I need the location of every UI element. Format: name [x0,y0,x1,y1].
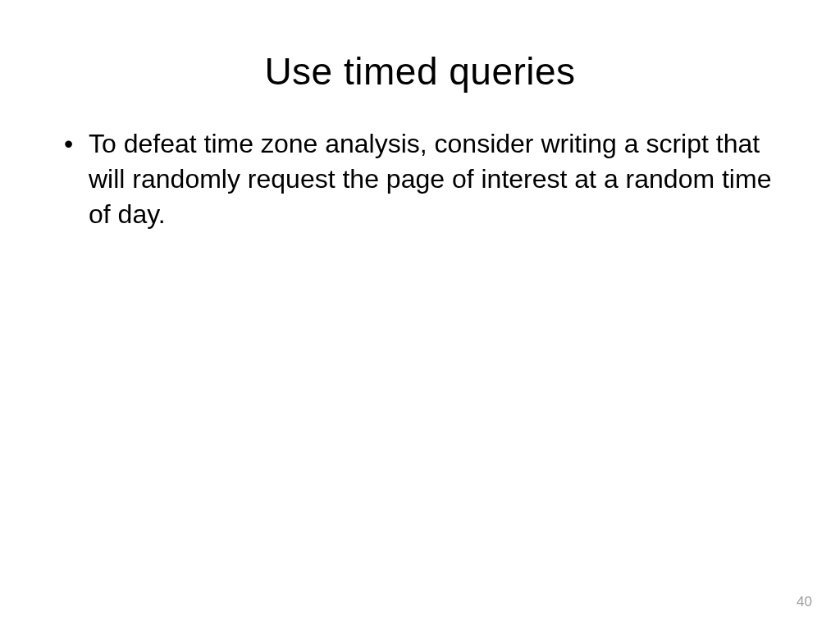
page-number: 40 [797,594,812,610]
bullet-item: To defeat time zone analysis, consider w… [59,126,781,233]
slide-title: Use timed queries [0,0,840,126]
bullet-list: To defeat time zone analysis, consider w… [59,126,781,233]
slide-content: To defeat time zone analysis, consider w… [0,126,840,233]
